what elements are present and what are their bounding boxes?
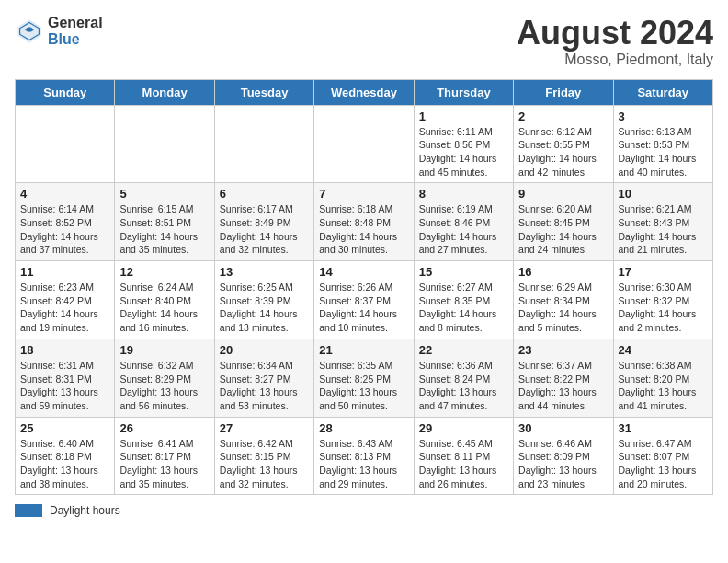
table-row: 3 Sunrise: 6:13 AM Sunset: 8:53 PM Dayli… xyxy=(613,105,712,183)
sunrise-text: Sunrise: 6:38 AM xyxy=(619,359,708,373)
sunrise-text: Sunrise: 6:13 AM xyxy=(619,125,708,139)
sunset-text: Sunset: 8:39 PM xyxy=(220,294,309,308)
sunset-text: Sunset: 8:53 PM xyxy=(619,138,708,152)
sunrise-text: Sunrise: 6:34 AM xyxy=(220,359,309,373)
date-number: 5 xyxy=(119,187,209,201)
date-number: 24 xyxy=(619,343,708,357)
sunrise-text: Sunrise: 6:19 AM xyxy=(419,202,508,216)
calendar-week-row: 4 Sunrise: 6:14 AM Sunset: 8:52 PM Dayli… xyxy=(16,183,713,261)
date-number: 18 xyxy=(20,343,109,357)
sunset-text: Sunset: 8:52 PM xyxy=(20,216,109,230)
sunset-text: Sunset: 8:45 PM xyxy=(518,216,608,230)
header-wednesday: Wednesday xyxy=(314,79,414,105)
daylight-text: Daylight: 13 hours and 29 minutes. xyxy=(319,464,408,490)
sunrise-text: Sunrise: 6:24 AM xyxy=(119,281,209,294)
table-row: 31 Sunrise: 6:47 AM Sunset: 8:07 PM Dayl… xyxy=(613,417,712,495)
calendar-header-row: Sunday Monday Tuesday Wednesday Thursday… xyxy=(16,79,713,105)
daylight-text: Daylight: 14 hours and 45 minutes. xyxy=(419,152,508,178)
sunrise-text: Sunrise: 6:37 AM xyxy=(518,359,608,373)
date-number: 3 xyxy=(619,109,708,123)
sunset-text: Sunset: 8:27 PM xyxy=(220,373,309,386)
header-sunday: Sunday xyxy=(16,79,115,105)
table-row: 12 Sunrise: 6:24 AM Sunset: 8:40 PM Dayl… xyxy=(115,261,214,339)
sunrise-text: Sunrise: 6:15 AM xyxy=(119,202,209,216)
calendar-week-row: 18 Sunrise: 6:31 AM Sunset: 8:31 PM Dayl… xyxy=(16,339,713,417)
sunrise-text: Sunrise: 6:12 AM xyxy=(518,125,608,139)
date-number: 10 xyxy=(619,187,708,201)
table-row: 15 Sunrise: 6:27 AM Sunset: 8:35 PM Dayl… xyxy=(414,261,513,339)
daylight-text: Daylight: 14 hours and 2 minutes. xyxy=(619,307,708,334)
date-number: 25 xyxy=(20,421,109,435)
daylight-text: Daylight: 14 hours and 24 minutes. xyxy=(518,230,608,257)
sunrise-text: Sunrise: 6:25 AM xyxy=(220,281,309,294)
sunrise-text: Sunrise: 6:32 AM xyxy=(119,359,209,373)
date-number: 16 xyxy=(518,265,608,279)
sunrise-text: Sunrise: 6:46 AM xyxy=(518,437,608,451)
sunrise-text: Sunrise: 6:41 AM xyxy=(119,437,209,451)
legend-color-box xyxy=(15,504,42,517)
table-row: 9 Sunrise: 6:20 AM Sunset: 8:45 PM Dayli… xyxy=(514,183,613,261)
sunrise-text: Sunrise: 6:27 AM xyxy=(419,281,508,294)
sunset-text: Sunset: 8:46 PM xyxy=(419,216,508,230)
table-row: 30 Sunrise: 6:46 AM Sunset: 8:09 PM Dayl… xyxy=(514,417,613,495)
table-row: 16 Sunrise: 6:29 AM Sunset: 8:34 PM Dayl… xyxy=(514,261,613,339)
daylight-text: Daylight: 13 hours and 26 minutes. xyxy=(419,464,508,490)
date-number: 21 xyxy=(319,343,408,357)
sunset-text: Sunset: 8:34 PM xyxy=(518,294,608,308)
date-number: 30 xyxy=(518,421,608,435)
date-number: 8 xyxy=(419,187,508,201)
calendar-week-row: 25 Sunrise: 6:40 AM Sunset: 8:18 PM Dayl… xyxy=(16,417,713,495)
table-row: 6 Sunrise: 6:17 AM Sunset: 8:49 PM Dayli… xyxy=(214,183,313,261)
date-number: 29 xyxy=(419,421,508,435)
daylight-text: Daylight: 13 hours and 23 minutes. xyxy=(518,464,608,490)
daylight-text: Daylight: 13 hours and 44 minutes. xyxy=(518,385,608,412)
sunrise-text: Sunrise: 6:40 AM xyxy=(20,437,109,451)
sunset-text: Sunset: 8:29 PM xyxy=(119,373,209,386)
calendar-table: Sunday Monday Tuesday Wednesday Thursday… xyxy=(15,79,713,496)
daylight-text: Daylight: 13 hours and 59 minutes. xyxy=(20,385,109,412)
date-number: 15 xyxy=(419,265,508,279)
table-row: 22 Sunrise: 6:36 AM Sunset: 8:24 PM Dayl… xyxy=(414,339,513,417)
sunset-text: Sunset: 8:24 PM xyxy=(419,373,508,386)
daylight-text: Daylight: 14 hours and 37 minutes. xyxy=(20,230,109,257)
table-row: 4 Sunrise: 6:14 AM Sunset: 8:52 PM Dayli… xyxy=(16,183,115,261)
date-number: 9 xyxy=(518,187,608,201)
sunset-text: Sunset: 8:55 PM xyxy=(518,138,608,152)
table-row: 7 Sunrise: 6:18 AM Sunset: 8:48 PM Dayli… xyxy=(314,183,414,261)
table-row: 14 Sunrise: 6:26 AM Sunset: 8:37 PM Dayl… xyxy=(314,261,414,339)
sunrise-text: Sunrise: 6:26 AM xyxy=(319,281,408,294)
table-row: 18 Sunrise: 6:31 AM Sunset: 8:31 PM Dayl… xyxy=(16,339,115,417)
sunset-text: Sunset: 8:48 PM xyxy=(319,216,408,230)
daylight-text: Daylight: 13 hours and 50 minutes. xyxy=(319,385,408,412)
table-row: 23 Sunrise: 6:37 AM Sunset: 8:22 PM Dayl… xyxy=(514,339,613,417)
table-row: 5 Sunrise: 6:15 AM Sunset: 8:51 PM Dayli… xyxy=(115,183,214,261)
logo-general: General xyxy=(48,15,103,30)
table-row: 11 Sunrise: 6:23 AM Sunset: 8:42 PM Dayl… xyxy=(16,261,115,339)
daylight-text: Daylight: 13 hours and 35 minutes. xyxy=(119,464,209,490)
sunset-text: Sunset: 8:20 PM xyxy=(619,373,708,386)
header-monday: Monday xyxy=(115,79,214,105)
table-row xyxy=(115,105,214,183)
sunrise-text: Sunrise: 6:35 AM xyxy=(319,359,408,373)
date-number: 2 xyxy=(518,109,608,123)
logo-text: General Blue xyxy=(48,15,103,47)
sunset-text: Sunset: 8:42 PM xyxy=(20,294,109,308)
table-row xyxy=(16,105,115,183)
daylight-text: Daylight: 14 hours and 5 minutes. xyxy=(518,307,608,334)
sunrise-text: Sunrise: 6:43 AM xyxy=(319,437,408,451)
sunset-text: Sunset: 8:18 PM xyxy=(20,450,109,464)
sunrise-text: Sunrise: 6:31 AM xyxy=(20,359,109,373)
sunset-text: Sunset: 8:15 PM xyxy=(220,450,309,464)
legend: Daylight hours xyxy=(15,504,713,517)
sunrise-text: Sunrise: 6:21 AM xyxy=(619,202,708,216)
daylight-text: Daylight: 14 hours and 10 minutes. xyxy=(319,307,408,334)
header-friday: Friday xyxy=(514,79,613,105)
daylight-text: Daylight: 13 hours and 47 minutes. xyxy=(419,385,508,412)
date-number: 27 xyxy=(220,421,309,435)
table-row: 28 Sunrise: 6:43 AM Sunset: 8:13 PM Dayl… xyxy=(314,417,414,495)
calendar-title: August 2024 xyxy=(517,15,713,52)
table-row: 10 Sunrise: 6:21 AM Sunset: 8:43 PM Dayl… xyxy=(613,183,712,261)
sunrise-text: Sunrise: 6:20 AM xyxy=(518,202,608,216)
legend-label: Daylight hours xyxy=(50,504,120,517)
daylight-text: Daylight: 13 hours and 32 minutes. xyxy=(220,464,309,490)
